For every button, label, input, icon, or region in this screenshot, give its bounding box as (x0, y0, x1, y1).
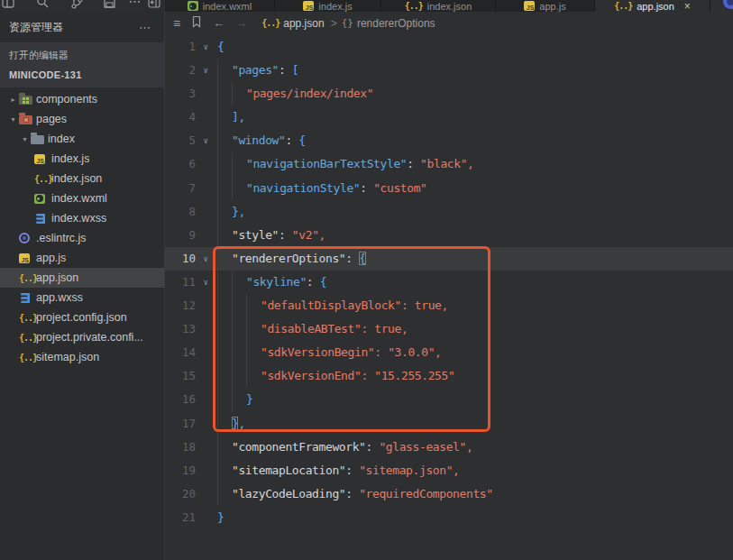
forward-arrow-icon[interactable]: → (235, 16, 247, 30)
tab-app-json[interactable]: {..} app.json × (595, 0, 710, 12)
back-arrow-icon[interactable]: ← (213, 16, 224, 30)
json-file-icon: {..} (261, 18, 279, 28)
indent-guide (217, 364, 232, 388)
code-line[interactable]: 15"sdkVersionEnd": "15.255.255" (165, 364, 733, 388)
fold-chevron-icon[interactable]: ∨ (196, 129, 215, 152)
tree-item-index[interactable]: ▾ index (0, 129, 164, 149)
tree-item-app-json[interactable]: {..} app.json (0, 268, 164, 288)
code-line[interactable]: 19"sitemapLocation": "sitemap.json", (165, 459, 733, 482)
tab-index-json[interactable]: {..} index.json (381, 0, 496, 12)
eslint-file-icon (19, 233, 30, 243)
indent-guide (217, 106, 232, 129)
indent-guide (232, 82, 246, 106)
partial-blue-circle-icon (723, 0, 733, 9)
tab-label: app.js (539, 1, 565, 12)
line-number: 20 (165, 482, 196, 506)
tree-item-app-js[interactable]: JS app.js (0, 248, 164, 268)
tree-item-index-wxml[interactable]: index.wxml (0, 188, 164, 208)
tree-item-sitemap-json[interactable]: {..} sitemap.json (0, 347, 164, 367)
code-token: : (307, 275, 320, 289)
indent-guide (246, 364, 261, 388)
code-line[interactable]: 18"componentFramework": "glass-easel", (165, 436, 733, 459)
code-line[interactable]: 20"lazyCodeLoading": "requiredComponents… (165, 482, 733, 506)
line-number: 7 (165, 177, 196, 200)
code-editor[interactable]: 1∨{2∨"pages": [3"pages/index/index"4],5∨… (165, 34, 733, 560)
outline-icon[interactable]: ≡ (173, 16, 180, 31)
code-line[interactable]: 9"style": "v2", (165, 224, 733, 247)
fold-chevron-icon[interactable]: ∨ (196, 59, 215, 82)
code-token: , (238, 417, 244, 430)
indent-guide (246, 294, 261, 317)
fold-gutter (196, 341, 215, 364)
tab-bar: index.wxml JS index.js {..} index.json J… (165, 0, 733, 12)
code-line[interactable]: 8}, (165, 200, 733, 224)
chevron-right-icon[interactable]: ▸ (7, 96, 19, 104)
code-token: "lazyCodeLoading" (232, 487, 345, 500)
fold-chevron-icon[interactable]: ∨ (196, 271, 215, 294)
tab-index-js[interactable]: JS index.js (275, 0, 381, 12)
code-token: "sitemap.json", (359, 464, 459, 477)
code-line[interactable]: 7"navigationStyle": "custom" (165, 177, 733, 200)
fold-gutter (196, 200, 215, 224)
tree-item-index-wxss[interactable]: index.wxss (0, 208, 164, 228)
line-number: 5 (165, 129, 196, 152)
chevron-down-icon[interactable]: ▾ (19, 135, 31, 143)
code-token: "3.0.0", (388, 345, 441, 359)
fold-gutter (196, 152, 215, 176)
tree-item-index-json[interactable]: {..} index.json (0, 169, 164, 188)
line-number: 15 (165, 364, 196, 388)
breadcrumb-file[interactable]: app.json (283, 17, 324, 30)
tree-item-components[interactable]: ▸ components (0, 89, 164, 109)
line-number: 21 (165, 506, 196, 529)
code-line[interactable]: 17}, (165, 412, 733, 436)
fold-chevron-icon[interactable]: ∨ (196, 247, 215, 271)
chevron-down-icon[interactable]: ▾ (7, 115, 19, 124)
project-section[interactable]: MINICODE-131 (0, 65, 164, 82)
bookmark-icon[interactable] (191, 15, 202, 31)
sidebar-section-headers: 打开的编辑器 MINICODE-131 (0, 42, 164, 87)
sidebar-more-icon[interactable]: ⋯ (139, 21, 151, 34)
code-line-content: "lazyCodeLoading": "requiredComponents" (215, 482, 733, 506)
tree-item-index-js[interactable]: JS index.js (0, 149, 164, 169)
code-token: : (345, 487, 359, 500)
code-token: : (279, 228, 292, 242)
code-line[interactable]: 6"navigationBarTextStyle": "black", (165, 152, 733, 176)
tab-app-js[interactable]: JS app.js (496, 0, 595, 12)
code-line[interactable]: 13"disableABTest": true, (165, 317, 733, 341)
code-line-content: "navigationStyle": "custom" (215, 177, 733, 200)
tree-item-eslintrc[interactable]: .eslintrc.js (0, 228, 164, 248)
tree-item-app-wxss[interactable]: app.wxss (0, 288, 164, 308)
tab-index-wxml[interactable]: index.wxml (165, 0, 275, 12)
code-token: "black", (420, 157, 473, 170)
code-line[interactable]: 1∨{ (165, 35, 733, 59)
code-line[interactable]: 16} (165, 388, 733, 411)
code-token: { (217, 40, 224, 53)
tree-item-pages[interactable]: ▾ pages (0, 109, 164, 129)
close-icon[interactable]: × (684, 2, 691, 11)
code-token: ], (232, 110, 245, 124)
code-line[interactable]: 4], (165, 106, 733, 129)
fold-gutter (196, 459, 215, 482)
indent-guide (217, 388, 232, 411)
code-line[interactable]: 2∨"pages": [ (165, 59, 733, 82)
code-line[interactable]: 12"defaultDisplayBlock": true, (165, 294, 733, 317)
code-token: : (279, 63, 292, 77)
fold-gutter (196, 436, 215, 459)
code-line[interactable]: 3"pages/index/index" (165, 82, 733, 106)
tree-item-project-config[interactable]: {..} project.config.json (0, 308, 164, 327)
code-line[interactable]: 21} (165, 506, 733, 529)
code-line[interactable]: 14"sdkVersionBegin": "3.0.0", (165, 341, 733, 364)
breadcrumb-symbol[interactable]: rendererOptions (357, 17, 435, 30)
open-editors-section[interactable]: 打开的编辑器 (0, 46, 164, 65)
code-token: : (345, 252, 359, 265)
indent-guide (217, 82, 232, 106)
code-token: "skyline" (246, 275, 307, 289)
code-line[interactable]: 10∨"rendererOptions": { (165, 247, 733, 271)
code-line-content: { (215, 35, 733, 59)
code-token: : (361, 369, 374, 382)
code-line[interactable]: 5∨"window": { (165, 129, 733, 152)
code-line-content: "pages/index/index" (215, 82, 733, 106)
fold-chevron-icon[interactable]: ∨ (196, 35, 215, 59)
tree-item-project-private-config[interactable]: {..} project.private.confi... (0, 327, 164, 347)
code-line[interactable]: 11∨"skyline": { (165, 271, 733, 294)
